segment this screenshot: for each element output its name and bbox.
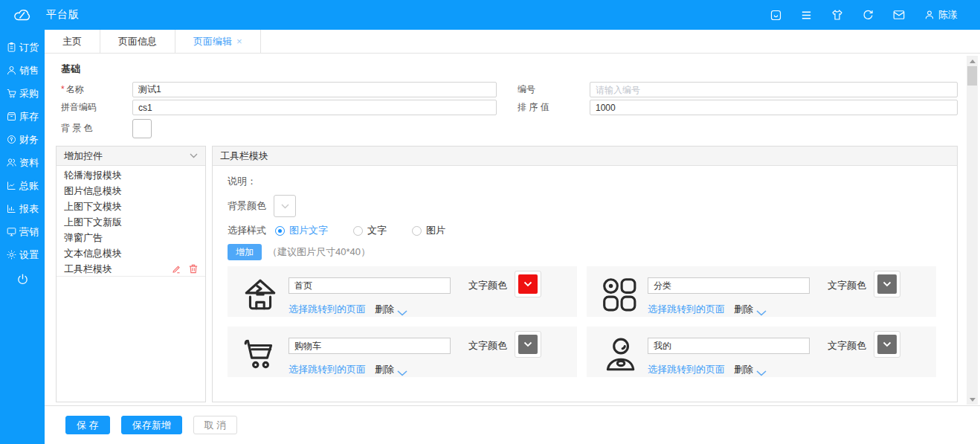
card-fields: 文字颜色 选择跳转到的页面 删除 <box>648 332 900 377</box>
sidebar-item-label: 设置 <box>19 248 39 262</box>
choose-jump-page-link[interactable]: 选择跳转到的页面 <box>288 303 366 316</box>
sidebar-item-finance[interactable]: 财务 <box>0 128 45 151</box>
toolbar-panel-header: 工具栏模块 <box>213 147 957 166</box>
save-button[interactable]: 保 存 <box>65 416 110 434</box>
choose-jump-page-link[interactable]: 选择跳转到的页面 <box>288 363 366 376</box>
category-icon <box>600 272 639 317</box>
text-color-label: 文字颜色 <box>828 279 866 292</box>
add-button[interactable]: 增加 <box>228 244 262 260</box>
refresh-icon[interactable] <box>862 9 874 22</box>
expand-chevron-icon[interactable] <box>397 310 407 316</box>
sidebar-item-data[interactable]: 资料 <box>0 151 45 174</box>
sidebar-item-report[interactable]: 报表 <box>0 197 45 220</box>
form-row-2: 拼音编码 排 序 值 <box>61 100 958 115</box>
item-name-input[interactable] <box>288 277 451 294</box>
text-color-picker[interactable] <box>874 331 900 358</box>
marketing-monitor-icon <box>6 226 17 237</box>
delete-item-link[interactable]: 删除 <box>375 363 394 376</box>
save-and-new-button[interactable]: 保存新增 <box>121 416 182 434</box>
sidebar-item-ledger[interactable]: 总账 <box>0 174 45 197</box>
user-icon <box>923 9 935 21</box>
vertical-scrollbar[interactable] <box>967 56 978 405</box>
module-item-image-info[interactable]: 图片信息模块 <box>57 183 205 199</box>
module-list: 轮播海报模块 图片信息模块 上图下文模块 上图下文新版 弹窗广告 文本信息模块 … <box>57 166 205 277</box>
name-input[interactable] <box>132 82 497 97</box>
module-panel: 增加控件 轮播海报模块 图片信息模块 上图下文模块 上图下文新版 弹窗广告 文本… <box>56 146 206 402</box>
ledger-chart-icon <box>6 180 17 191</box>
topbar: 平台版 <box>0 0 980 30</box>
sidebar-item-order[interactable]: 订货 <box>0 36 45 59</box>
pinyin-input[interactable] <box>132 100 497 115</box>
style-radio-group: 图片文字 文字 图片 <box>275 224 445 237</box>
module-item-carousel[interactable]: 轮播海报模块 <box>57 167 205 183</box>
toolbar-bg-color-picker[interactable] <box>274 195 296 217</box>
module-item-img-top-text-new[interactable]: 上图下文新版 <box>57 214 205 230</box>
sidebar-item-settings[interactable]: 设置 <box>0 243 45 266</box>
sidebar-item-label: 总账 <box>19 179 39 193</box>
text-color-picker[interactable] <box>515 271 541 297</box>
page-bg-color-swatch[interactable] <box>132 119 152 138</box>
tab-label: 主页 <box>62 35 82 48</box>
theme-shirt-icon[interactable] <box>831 8 844 22</box>
toolbar-module-panel: 工具栏模块 说明： 背景颜色 选择样式 <box>212 146 958 402</box>
text-color-label: 文字颜色 <box>468 279 507 292</box>
code-input[interactable] <box>590 82 958 97</box>
logout-power-button[interactable] <box>0 268 45 291</box>
module-item-img-top-text[interactable]: 上图下文模块 <box>57 199 205 214</box>
item-name-input[interactable] <box>648 277 810 294</box>
tab-page-edit[interactable]: 页面编辑 × <box>175 30 261 53</box>
radio-text[interactable]: 文字 <box>353 224 387 237</box>
scrollbar-thumb[interactable] <box>967 66 977 86</box>
expand-chevron-icon[interactable] <box>397 370 407 376</box>
scroll-down-arrow[interactable] <box>967 394 978 405</box>
tab-page-info[interactable]: 页面信息 <box>100 30 175 53</box>
module-item-popup-ad[interactable]: 弹窗广告 <box>57 230 205 245</box>
sidebar-item-purchase[interactable]: 采购 <box>0 82 45 105</box>
sidebar-item-marketing[interactable]: 营销 <box>0 220 45 243</box>
module-item-toolbar[interactable]: 工具栏模块 <box>57 261 205 277</box>
item-name-input[interactable] <box>288 338 451 354</box>
sidebar-item-label: 报表 <box>19 202 39 216</box>
text-color-picker[interactable] <box>874 271 900 297</box>
delete-item-link[interactable]: 删除 <box>734 363 753 376</box>
cart-icon <box>241 332 280 377</box>
sidebar-item-inventory[interactable]: 库存 <box>0 105 45 128</box>
inventory-box-icon <box>6 111 17 122</box>
delete-item-link[interactable]: 删除 <box>734 303 753 316</box>
edit-pencil-icon[interactable] <box>172 264 181 274</box>
image-size-hint: （建议图片尺寸40*40） <box>268 245 370 259</box>
user-menu[interactable]: 陈漾 <box>923 8 958 22</box>
close-icon[interactable]: × <box>236 36 242 47</box>
expand-chevron-icon[interactable] <box>756 310 767 316</box>
form-row-3: 背 景 色 <box>61 118 958 138</box>
scroll-up-arrow[interactable] <box>967 56 978 66</box>
sidebar-item-sales[interactable]: 销售 <box>0 59 45 82</box>
mail-icon[interactable] <box>892 8 906 22</box>
footer-action-bar: 保 存 保存新增 取 消 <box>45 405 980 444</box>
radio-image-text[interactable]: 图片文字 <box>275 224 328 237</box>
report-chart-icon <box>6 203 17 214</box>
delete-trash-icon[interactable] <box>189 264 198 274</box>
choose-jump-page-link[interactable]: 选择跳转到的页面 <box>648 303 725 316</box>
item-name-input[interactable] <box>648 338 810 354</box>
color-swatch <box>877 274 897 294</box>
text-color-picker[interactable] <box>515 331 541 358</box>
app-logo[interactable] <box>0 7 45 23</box>
delete-item-link[interactable]: 删除 <box>375 303 394 316</box>
sales-icon <box>6 65 17 76</box>
menu-icon[interactable] <box>800 9 813 22</box>
add-widget-dropdown[interactable]: 增加控件 <box>57 147 205 166</box>
workbench-icon[interactable] <box>770 9 782 22</box>
sidebar-item-label: 资料 <box>19 156 39 170</box>
toolbar-item-card-category: 文字颜色 选择跳转到的页面 删除 <box>587 266 936 317</box>
cancel-button[interactable]: 取 消 <box>193 416 238 434</box>
toolbar-panel-title: 工具栏模块 <box>220 149 268 163</box>
radio-image[interactable]: 图片 <box>412 224 445 237</box>
main-area: 主页 页面信息 页面编辑 × 基础 *名称 编号 拼音编码 排 序 值 <box>45 30 980 444</box>
module-item-text-info[interactable]: 文本信息模块 <box>57 245 205 261</box>
tab-home[interactable]: 主页 <box>45 30 100 53</box>
choose-jump-page-link[interactable]: 选择跳转到的页面 <box>648 363 725 376</box>
page-content: 基础 *名称 编号 拼音编码 排 序 值 背 景 色 增加控件 <box>45 54 980 405</box>
sort-input[interactable] <box>590 100 958 115</box>
expand-chevron-icon[interactable] <box>756 370 767 376</box>
